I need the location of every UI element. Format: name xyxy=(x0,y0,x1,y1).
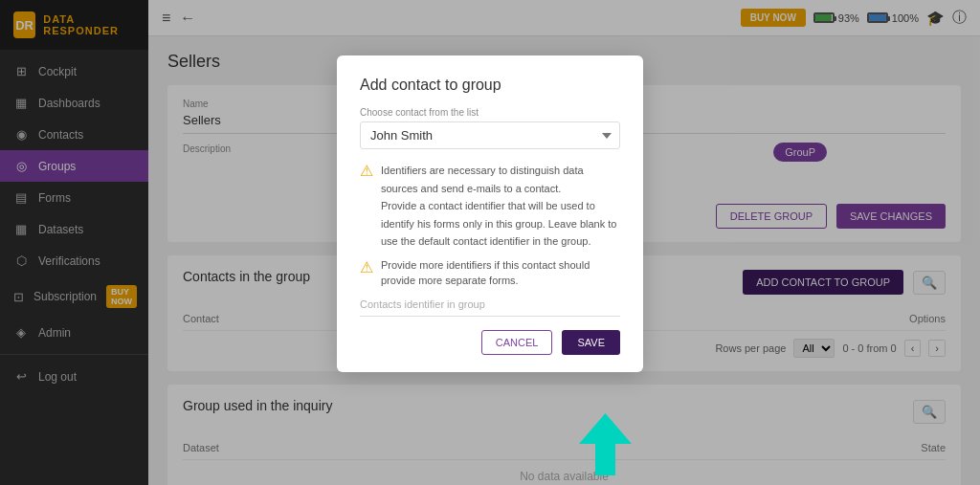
info-icon-2: ⚠ xyxy=(360,258,373,289)
modal-overlay[interactable]: Add contact to group Choose contact from… xyxy=(0,0,980,485)
cancel-button[interactable]: CANCEL xyxy=(481,330,553,355)
modal-actions: CANCEL SAVE xyxy=(360,330,620,355)
modal-select-label: Choose contact from the list xyxy=(360,107,620,118)
identifier-label: Contacts identifier in group xyxy=(360,298,620,317)
info-text-2: Provide more identifiers if this contact… xyxy=(381,257,620,289)
info-icon-1: ⚠ xyxy=(360,162,373,250)
info-text-1: Identifiers are necessary to distinguish… xyxy=(381,161,620,250)
modal-save-button[interactable]: SAVE xyxy=(562,330,620,355)
add-contact-modal: Add contact to group Choose contact from… xyxy=(337,55,643,372)
arrow-pointer xyxy=(579,413,632,475)
info-row-1: ⚠ Identifiers are necessary to distingui… xyxy=(360,161,620,250)
svg-marker-0 xyxy=(579,413,632,475)
modal-title: Add contact to group xyxy=(360,77,620,94)
info-row-2: ⚠ Provide more identifiers if this conta… xyxy=(360,257,620,289)
arrow-up-icon xyxy=(579,413,632,475)
modal-contact-select[interactable]: John Smith xyxy=(360,121,620,149)
modal-info-box: ⚠ Identifiers are necessary to distingui… xyxy=(360,161,620,289)
